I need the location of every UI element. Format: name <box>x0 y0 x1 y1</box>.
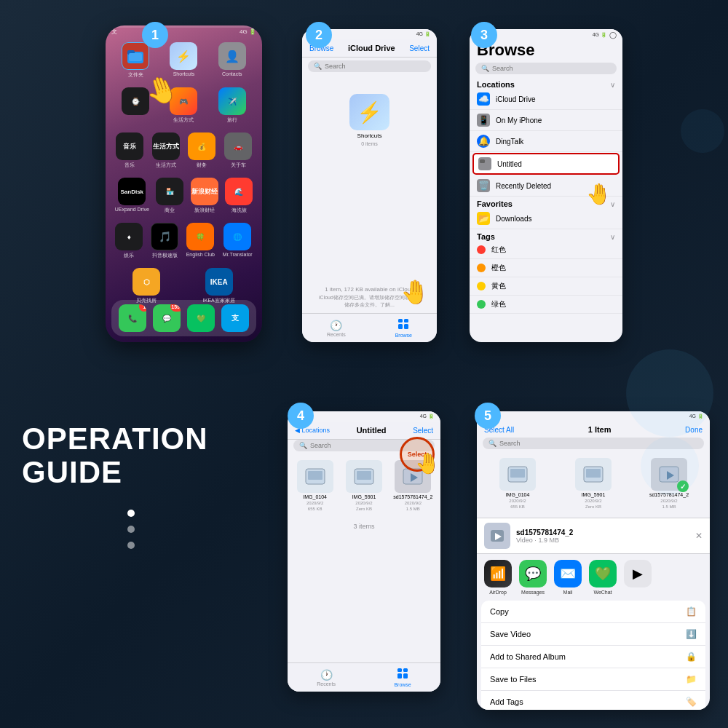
svg-rect-12 <box>357 471 371 480</box>
step-2-badge: 2 <box>306 22 332 48</box>
step3-search[interactable] <box>492 65 611 72</box>
svg-rect-10 <box>308 471 323 480</box>
messages-share[interactable]: 💬 Messages <box>519 560 547 595</box>
guide-dot-3 <box>127 542 135 549</box>
downloads-item[interactable]: 📂 Downloads <box>470 208 622 229</box>
mail-share[interactable]: ✉️ Mail <box>554 560 582 595</box>
operation-guide-line2: GUIDE <box>22 456 208 489</box>
file-item-1[interactable]: IMG_0104 2020/9/2 655 KB <box>293 460 336 511</box>
tab-browse[interactable]: Browse <box>395 318 412 338</box>
on-my-iphone-item[interactable]: 📱 On My iPhone <box>470 110 622 131</box>
save-to-files-action[interactable]: Save to Files 📁 <box>481 668 705 691</box>
selected-file-preview: sd1575781474_2 Video · 1.9 MB ✕ <box>477 518 710 554</box>
copy-action[interactable]: Copy 📋 <box>481 601 705 623</box>
guide-dot-2 <box>127 526 135 533</box>
action-list: Copy 📋 Save Video ⬇️ Add to Shared Album… <box>481 601 705 710</box>
svg-rect-8 <box>480 159 485 163</box>
step4-tab-browse[interactable]: Browse <box>394 668 411 687</box>
untitled-item[interactable]: Untitled <box>472 153 620 175</box>
step5-item-count: 1 Item <box>588 425 612 434</box>
files-app-icon[interactable] <box>122 42 149 70</box>
step5-file-1[interactable]: IMG_0104 2020/9/2 655 KB <box>483 458 553 509</box>
step1-phone: 文 4G 🔋 文件夹 ⚡ Shortcuts <box>106 25 262 342</box>
step4-title: Untitled <box>357 426 387 435</box>
tab-recents[interactable]: 🕐 Recents <box>327 320 346 337</box>
svg-rect-20 <box>510 469 525 478</box>
step4-tab-recents[interactable]: 🕐 Recents <box>317 669 336 687</box>
close-preview-btn[interactable]: ✕ <box>695 531 703 541</box>
step2-search[interactable] <box>325 63 425 70</box>
step-5-badge: 5 <box>475 403 501 429</box>
save-video-action[interactable]: Save Video ⬇️ <box>481 623 705 646</box>
icloud-drive-item[interactable]: ☁️ iCloud Drive <box>470 89 622 110</box>
contacts-app: 👤 <box>218 42 246 70</box>
add-tags-action[interactable]: Add Tags 🏷️ <box>481 691 705 710</box>
file-item-2[interactable]: IMG_5901 2020/9/2 Zero KB <box>342 460 385 511</box>
guide-dots <box>127 510 135 549</box>
step2-screen: ●●● 4G 🔋 Browse iCloud Drive Select 🔍 ⚡ … <box>302 29 437 342</box>
airdrop-share[interactable]: 📶 AirDrop <box>484 560 512 595</box>
svg-rect-15 <box>397 668 402 672</box>
locations-section: Locations <box>477 80 515 89</box>
step5-file-2[interactable]: IMG_5901 2020/9/2 Zero KB <box>558 458 628 509</box>
step-3-badge: 3 <box>471 22 497 48</box>
svg-rect-22 <box>586 469 601 478</box>
tag-green[interactable]: 绿色 <box>470 296 622 314</box>
dingtalk-item[interactable]: 🔔 DingTalk <box>470 131 622 152</box>
tag-yellow[interactable]: 黄色 <box>470 277 622 296</box>
guide-dot-1 <box>127 510 135 517</box>
svg-rect-4 <box>404 319 408 323</box>
favorites-section: Favorites <box>477 199 513 208</box>
operation-guide-section: OPERATION GUIDE <box>22 422 208 489</box>
items-count: 3 items <box>288 523 440 530</box>
step2-select-btn[interactable]: Select <box>409 44 430 52</box>
hand-cursor-3: 🤚 <box>586 182 612 206</box>
step-4-badge: 4 <box>288 403 314 429</box>
tags-section: Tags <box>477 232 495 241</box>
hand-cursor-2: 🤚 <box>400 278 430 306</box>
svg-rect-18 <box>403 673 408 678</box>
shortcuts-app: ⚡ <box>170 42 197 70</box>
step2-title: iCloud Drive <box>348 44 395 52</box>
step3-screen: ●●● 4G 🔋 ◯ Browse 🔍 Locations ∨ ☁️ iClou… <box>470 29 622 342</box>
hand-cursor-4: 🤚 <box>415 451 440 475</box>
tag-red[interactable]: 红色 <box>470 241 622 259</box>
wechat-share[interactable]: 💚 WeChat <box>589 560 617 595</box>
svg-rect-5 <box>398 324 403 329</box>
more-share[interactable]: ▶ <box>624 560 652 595</box>
shortcuts-folder: ⚡ Shortcuts 0 items <box>302 94 437 146</box>
svg-rect-16 <box>403 668 408 672</box>
step4-select-btn[interactable]: Select <box>413 427 433 435</box>
svg-rect-17 <box>397 673 402 678</box>
step-1-badge: 1 <box>142 22 168 48</box>
share-apps-row: 📶 AirDrop 💬 Messages ✉️ Mail 💚 WeChat ▶ <box>477 554 710 601</box>
tag-orange[interactable]: 橙色 <box>470 259 622 277</box>
svg-rect-6 <box>404 324 408 329</box>
add-shared-album-action[interactable]: Add to Shared Album 🔒 <box>481 646 705 668</box>
step4-screen: ●●● 4G 🔋 ◀ Locations Untitled Select 🔍 I… <box>288 411 440 692</box>
operation-guide-line1: OPERATION <box>22 422 208 456</box>
svg-rect-3 <box>398 319 403 323</box>
